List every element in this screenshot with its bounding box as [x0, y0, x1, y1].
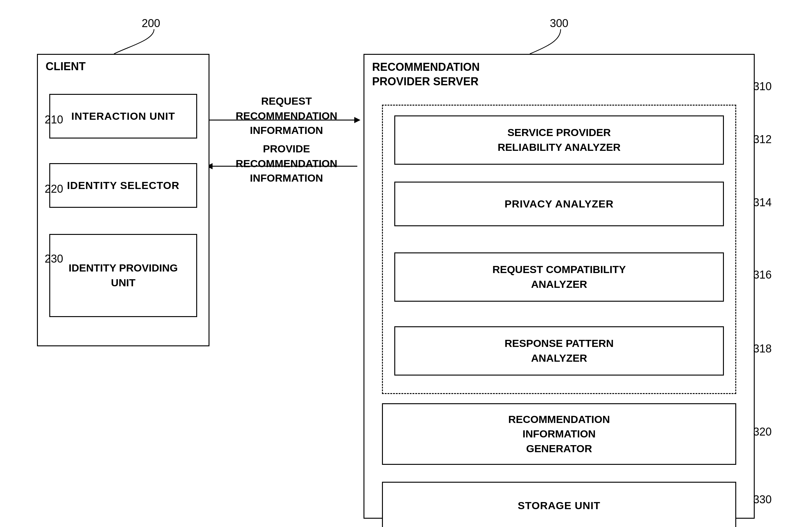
request-arrow-label: REQUESTRECOMMENDATIONINFORMATION [222, 94, 351, 138]
ref-330: 330 [753, 493, 772, 506]
ref-230: 230 [45, 252, 63, 265]
ref-312: 312 [753, 133, 772, 146]
ref-314: 314 [753, 196, 772, 209]
diagram-container: 200 300 CLIENT INTERACTION UNIT IDENTITY… [0, 0, 812, 527]
ref-300: 300 [550, 17, 568, 30]
request-compatibility-box [394, 252, 724, 302]
client-label: CLIENT [46, 60, 86, 73]
privacy-analyzer-box: PRIVACY ANALYZER [394, 182, 724, 226]
interaction-unit-box: INTERACTION UNIT [49, 94, 197, 138]
ref-320: 320 [753, 425, 772, 438]
rec-info-gen-box [382, 403, 736, 465]
provide-arrow-label: PROVIDERECOMMENDATIONINFORMATION [222, 141, 351, 186]
ref-200: 200 [142, 17, 160, 30]
ref-316: 316 [753, 268, 772, 281]
identity-selector-box: IDENTITY SELECTOR [49, 163, 197, 208]
ref-210: 210 [45, 113, 63, 126]
ref-318: 318 [753, 342, 772, 355]
storage-unit-box: STORAGE UNIT [382, 482, 736, 527]
service-provider-reliability-box [394, 116, 724, 165]
ref-220: 220 [45, 183, 63, 195]
ref-310: 310 [753, 80, 772, 93]
rec-provider-server-label: RECOMMENDATIONPROVIDER SERVER [372, 60, 480, 89]
identity-providing-unit-box [49, 234, 197, 317]
svg-marker-5 [354, 117, 360, 123]
response-pattern-box [394, 326, 724, 376]
